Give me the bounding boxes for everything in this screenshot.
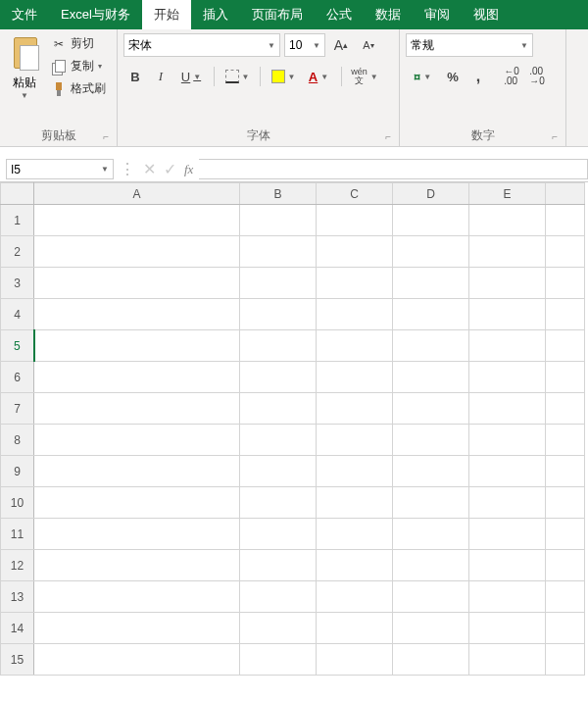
cell[interactable] (34, 205, 240, 236)
cell[interactable] (469, 330, 546, 362)
formula-input[interactable] (199, 159, 588, 179)
cell[interactable] (546, 644, 585, 676)
cell[interactable] (240, 613, 317, 644)
enter-icon[interactable]: ✓ (164, 160, 176, 178)
row-header[interactable]: 15 (1, 644, 34, 676)
cell[interactable] (546, 393, 585, 425)
cell[interactable] (546, 362, 585, 393)
row-header[interactable]: 5 (1, 330, 34, 362)
cell[interactable] (393, 487, 469, 519)
cell[interactable] (34, 268, 240, 299)
underline-button[interactable]: U▼ (174, 65, 208, 88)
decrease-decimal-button[interactable]: .00→0 (525, 65, 549, 88)
select-all-corner[interactable] (1, 183, 34, 205)
cell[interactable] (469, 550, 546, 581)
cell[interactable] (469, 425, 546, 456)
font-size-dropdown[interactable]: 10 ▼ (284, 33, 325, 57)
row-header[interactable]: 3 (1, 268, 34, 299)
cell[interactable] (240, 581, 317, 613)
cell[interactable] (34, 519, 240, 550)
cell[interactable] (34, 581, 240, 613)
column-header[interactable]: E (469, 183, 546, 205)
increase-font-button[interactable]: A▴ (329, 33, 353, 57)
cell[interactable] (240, 487, 317, 519)
cell[interactable] (240, 519, 317, 550)
fill-color-button[interactable]: ▼ (267, 65, 300, 88)
row-header[interactable]: 11 (1, 519, 34, 550)
cell[interactable] (393, 362, 469, 393)
dialog-launcher-icon[interactable]: ⌐ (385, 131, 391, 142)
cell[interactable] (469, 393, 546, 425)
bold-button[interactable]: B (123, 65, 147, 88)
cell[interactable] (393, 613, 469, 644)
cell[interactable] (317, 236, 393, 268)
cell[interactable] (469, 613, 546, 644)
column-header[interactable]: C (317, 183, 393, 205)
cell[interactable] (317, 456, 393, 487)
row-header[interactable]: 9 (1, 456, 34, 487)
accounting-format-button[interactable]: ¤▼ (406, 65, 439, 88)
number-format-dropdown[interactable]: 常规 ▼ (406, 33, 533, 57)
cell[interactable] (317, 393, 393, 425)
menu-formulas[interactable]: 公式 (315, 0, 364, 29)
menu-review[interactable]: 审阅 (413, 0, 462, 29)
cell[interactable] (393, 519, 469, 550)
cell[interactable] (34, 362, 240, 393)
cell[interactable] (317, 299, 393, 330)
cell[interactable] (469, 205, 546, 236)
row-header[interactable]: 14 (1, 613, 34, 644)
font-name-dropdown[interactable]: 宋体 ▼ (123, 33, 280, 57)
row-header[interactable]: 10 (1, 487, 34, 519)
cell[interactable] (393, 268, 469, 299)
cell[interactable] (317, 519, 393, 550)
name-box[interactable]: I5 ▼ (6, 159, 114, 179)
cell[interactable] (317, 487, 393, 519)
menu-view[interactable]: 视图 (462, 0, 511, 29)
cell[interactable] (240, 456, 317, 487)
cell[interactable] (240, 268, 317, 299)
cell[interactable] (546, 205, 585, 236)
cell[interactable] (546, 519, 585, 550)
cell[interactable] (34, 550, 240, 581)
row-header[interactable]: 6 (1, 362, 34, 393)
cell[interactable] (546, 299, 585, 330)
format-painter-button[interactable]: 格式刷 (47, 78, 110, 99)
menu-excel-finance[interactable]: Excel与财务 (49, 0, 142, 29)
menu-file[interactable]: 文件 (0, 0, 49, 29)
expand-icon[interactable]: ⋮ (120, 160, 135, 178)
cell[interactable] (34, 330, 240, 362)
column-header[interactable]: A (34, 183, 240, 205)
cell[interactable] (546, 487, 585, 519)
cell[interactable] (240, 205, 317, 236)
row-header[interactable]: 13 (1, 581, 34, 613)
cancel-icon[interactable]: ✕ (143, 160, 156, 178)
dialog-launcher-icon[interactable]: ⌐ (552, 131, 558, 142)
cell[interactable] (317, 581, 393, 613)
cell[interactable] (469, 519, 546, 550)
percent-button[interactable]: % (441, 65, 465, 88)
cell[interactable] (393, 456, 469, 487)
cell[interactable] (393, 330, 469, 362)
cell[interactable] (240, 425, 317, 456)
cell[interactable] (240, 393, 317, 425)
cut-button[interactable]: ✂ 剪切 (47, 33, 110, 54)
cell[interactable] (393, 581, 469, 613)
cell[interactable] (469, 456, 546, 487)
borders-button[interactable]: ▼ (220, 65, 254, 88)
cell[interactable] (240, 362, 317, 393)
column-header[interactable]: B (240, 183, 317, 205)
cell[interactable] (240, 644, 317, 676)
column-header[interactable] (546, 183, 585, 205)
cell[interactable] (34, 487, 240, 519)
cell[interactable] (546, 236, 585, 268)
dialog-launcher-icon[interactable]: ⌐ (103, 131, 109, 142)
cell[interactable] (393, 236, 469, 268)
fx-icon[interactable]: fx (184, 162, 193, 177)
cell[interactable] (546, 456, 585, 487)
row-header[interactable]: 1 (1, 205, 34, 236)
cell[interactable] (469, 236, 546, 268)
cell[interactable] (34, 236, 240, 268)
cell[interactable] (317, 362, 393, 393)
copy-button[interactable]: 复制 ▾ (47, 56, 110, 76)
cell[interactable] (317, 613, 393, 644)
